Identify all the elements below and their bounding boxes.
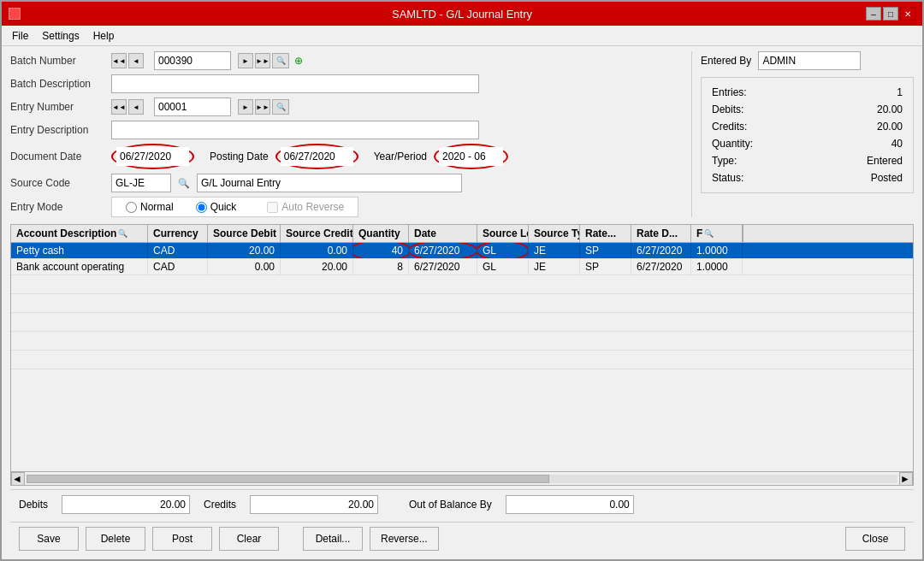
menu-help[interactable]: Help [86, 28, 121, 44]
close-button[interactable]: Close [845, 527, 905, 551]
cell-rated-0: 6/27/2020 [631, 243, 691, 258]
batch-first-btn[interactable]: ◄◄ [111, 53, 127, 68]
entry-next-btn[interactable]: ► [238, 99, 253, 115]
grid-header: Account Description 🔍 Currency Source De… [11, 225, 913, 243]
col-search-icon-desc[interactable]: 🔍 [118, 229, 127, 238]
entry-mode-quick-radio[interactable] [196, 202, 207, 213]
document-date-label: Document Date [10, 151, 104, 162]
scroll-right-btn[interactable]: ► [899, 472, 913, 486]
grid-body[interactable]: Petty cash CAD 20.00 0.00 40 6/27/2020 [11, 243, 913, 471]
batch-desc-input[interactable] [111, 74, 479, 93]
menu-file[interactable]: File [5, 28, 35, 44]
entry-desc-input[interactable] [111, 121, 479, 139]
minimize-button[interactable]: – [866, 7, 881, 21]
source-code-input[interactable] [111, 174, 171, 192]
entry-mode-normal-label[interactable]: Normal [126, 201, 174, 213]
scroll-left-btn[interactable]: ◄ [11, 472, 25, 486]
date-row: Document Date Posting Date Year/Period [10, 144, 683, 169]
menu-settings[interactable]: Settings [35, 28, 86, 44]
detail-button[interactable]: Detail... [303, 527, 363, 551]
type-value: Entered [814, 153, 906, 168]
col-header-credit: Source Credit [281, 225, 353, 242]
scrollbar-track[interactable] [27, 475, 897, 483]
source-code-desc-input[interactable] [197, 174, 462, 192]
table-row[interactable] [11, 313, 913, 332]
window-title: SAMLTD - G/L Journal Entry [2, 8, 922, 21]
cell-rate-0: SP [580, 243, 631, 258]
entry-mode-auto-checkbox[interactable] [267, 202, 278, 213]
status-value: Posted [814, 170, 906, 186]
entry-mode-quick-label[interactable]: Quick [196, 201, 237, 213]
credits-info-value: 20.00 [814, 119, 906, 134]
batch-number-input[interactable] [154, 51, 231, 70]
quantity-row: Quantity: 40 [708, 136, 906, 151]
entry-desc-row: Entry Description [10, 121, 683, 139]
entry-prev-btn[interactable]: ◄ [128, 99, 144, 115]
col-header-qty: Quantity [353, 225, 409, 242]
batch-prev-btn[interactable]: ◄ [128, 53, 144, 68]
delete-button[interactable]: Delete [86, 527, 145, 551]
posting-date-input[interactable] [281, 147, 353, 166]
debits-info-label: Debits: [708, 102, 812, 117]
batch-last-btn[interactable]: ►► [255, 53, 270, 68]
grid-header-scrollbar [743, 225, 756, 242]
source-search-icon[interactable]: 🔍 [178, 178, 190, 189]
cell-rated-1: 6/27/2020 [631, 259, 691, 275]
cell-currency-0: CAD [148, 243, 208, 258]
entry-search-btn[interactable]: 🔍 [272, 99, 289, 115]
table-row[interactable]: Petty cash CAD 20.00 0.00 40 6/27/2020 [11, 243, 913, 259]
table-row[interactable] [11, 294, 913, 313]
debits-bottom-input[interactable] [62, 495, 190, 514]
col-header-rated: Rate D... [631, 225, 691, 242]
document-date-input[interactable] [116, 147, 189, 166]
cell-qty-1: 8 [353, 259, 409, 275]
table-row[interactable] [11, 275, 913, 294]
horizontal-scrollbar[interactable]: ◄ ► [11, 471, 913, 485]
col-header-srctype: Source Ty... 🔍 [529, 225, 580, 242]
save-button[interactable]: Save [19, 527, 79, 551]
info-table-container: Entries: 1 Debits: 20.00 Credits: 20.00 [701, 77, 914, 193]
entry-number-input[interactable] [154, 97, 231, 116]
entry-mode-row: Entry Mode Normal Quick Auto Reverse [10, 197, 683, 217]
entry-last-btn[interactable]: ►► [255, 99, 270, 115]
table-row[interactable] [11, 332, 913, 351]
type-label: Type: [708, 153, 812, 168]
entry-nav-right: ► ►► 🔍 [238, 99, 289, 115]
entry-mode-auto-label[interactable]: Auto Reverse [267, 201, 344, 213]
clear-button[interactable]: Clear [219, 527, 279, 551]
col-search-icon-f[interactable]: 🔍 [704, 229, 714, 238]
cell-currency-1: CAD [148, 259, 208, 275]
entry-first-btn[interactable]: ◄◄ [111, 99, 127, 115]
table-row[interactable]: Bank account operating CAD 0.00 20.00 8 … [11, 259, 913, 275]
entry-desc-label: Entry Description [10, 124, 104, 136]
out-of-balance-input[interactable] [506, 495, 634, 514]
source-code-row: Source Code 🔍 [10, 174, 683, 192]
credits-bottom-input[interactable] [250, 495, 378, 514]
batch-search-btn[interactable]: 🔍 [272, 53, 289, 68]
batch-desc-row: Batch Description [10, 74, 683, 93]
close-window-button[interactable]: ✕ [900, 7, 915, 21]
cell-credit-0: 0.00 [281, 243, 353, 258]
table-row[interactable] [11, 351, 913, 369]
maximize-button[interactable]: □ [883, 7, 898, 21]
reverse-button[interactable]: Reverse... [370, 527, 439, 551]
entered-by-input[interactable] [758, 51, 861, 70]
journal-grid: Account Description 🔍 Currency Source De… [10, 224, 914, 486]
col-header-f: F 🔍 [691, 225, 743, 242]
batch-number-label: Batch Number [10, 55, 104, 67]
year-period-circle [434, 144, 508, 169]
col-header-debit: Source Debit [208, 225, 281, 242]
cell-qty-0: 40 [353, 243, 409, 258]
batch-next-btn[interactable]: ► [238, 53, 253, 68]
scrollbar-thumb-h[interactable] [27, 475, 549, 483]
entry-mode-normal-radio[interactable] [126, 202, 137, 213]
cell-desc-0: Petty cash [11, 243, 148, 258]
title-controls: – □ ✕ [866, 7, 915, 21]
batch-nav-controls: ◄◄ ◄ [111, 53, 144, 68]
year-period-input[interactable] [439, 147, 503, 166]
cell-source-0: GL [477, 243, 529, 258]
posting-date-circle [275, 144, 358, 169]
batch-add-btn[interactable]: ⊕ [291, 53, 306, 68]
quantity-label: Quantity: [708, 136, 812, 151]
post-button[interactable]: Post [152, 527, 212, 551]
